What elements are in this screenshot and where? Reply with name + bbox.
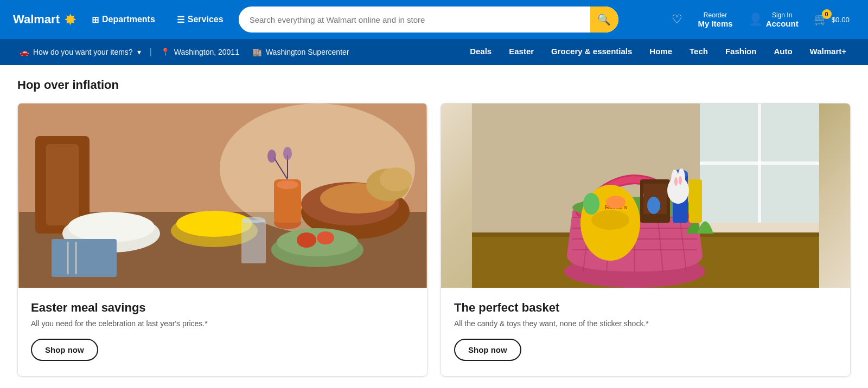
reorder-button[interactable]: Reorder My Items xyxy=(692,7,738,33)
store-name: Washington Supercenter xyxy=(266,48,349,56)
departments-icon: ⊞ xyxy=(92,15,99,25)
svg-point-21 xyxy=(277,228,358,256)
heart-button[interactable]: ♡ xyxy=(666,8,688,31)
svg-point-61 xyxy=(674,177,678,186)
cart-button[interactable]: 🛒 0 $0.00 xyxy=(808,8,855,31)
heart-icon: ♡ xyxy=(672,12,682,27)
subnav-home[interactable]: Home xyxy=(641,39,681,65)
perfect-basket-desc: All the candy & toys they want, none of … xyxy=(454,319,837,328)
store-section[interactable]: 🏬 Washington Supercenter xyxy=(246,43,356,61)
promo-card-perfect-basket: Reese's HERSHEY'S xyxy=(441,103,851,377)
svg-point-23 xyxy=(317,231,334,244)
promo-cards-grid: Easter meal savings All you need for the… xyxy=(17,103,851,377)
search-button[interactable]: 🔍 xyxy=(590,7,618,33)
search-bar: 🔍 xyxy=(239,7,618,33)
reorder-top-label: Reorder xyxy=(698,11,732,19)
subnav-links: Deals Easter Grocery & essentials Home T… xyxy=(461,39,855,65)
svg-point-9 xyxy=(176,211,252,237)
svg-point-65 xyxy=(606,196,626,209)
subnav: 🚗 How do you want your items? ▾ | 📍 Wash… xyxy=(0,39,868,65)
services-icon: ☰ xyxy=(177,15,184,25)
location-zip: Washington, 20011 xyxy=(174,48,239,56)
search-icon: 🔍 xyxy=(597,13,611,26)
section-title: Hop over inflation xyxy=(17,78,851,92)
svg-rect-57 xyxy=(689,179,702,223)
signin-text: Sign In Account xyxy=(766,11,799,28)
chevron-down-icon: ▾ xyxy=(137,48,141,56)
svg-point-16 xyxy=(283,147,292,160)
delivery-icon: 🚗 xyxy=(20,48,29,56)
easter-meal-title: Easter meal savings xyxy=(31,301,414,315)
promo-card-easter-meal: Easter meal savings All you need for the… xyxy=(17,103,427,377)
pin-icon: 📍 xyxy=(161,48,170,56)
easter-meal-image xyxy=(18,104,427,288)
subnav-easter[interactable]: Easter xyxy=(500,39,542,65)
subnav-walmartplus[interactable]: Walmart+ xyxy=(801,39,855,65)
reorder-bottom-label: My Items xyxy=(698,19,732,28)
main-content: Hop over inflation xyxy=(0,65,868,388)
walmart-logo[interactable]: Walmart ✸ xyxy=(13,11,76,29)
svg-point-64 xyxy=(647,197,660,214)
svg-point-25 xyxy=(241,217,265,223)
easter-meal-desc: All you need for the celebration at last… xyxy=(31,319,414,328)
divider-1: | xyxy=(150,47,152,57)
spark-icon: ✸ xyxy=(64,11,76,29)
perfect-basket-card-body: The perfect basket All the candy & toys … xyxy=(441,288,850,376)
delivery-selector[interactable]: 🚗 How do you want your items? ▾ xyxy=(13,43,148,61)
easter-meal-shop-now-button[interactable]: Shop now xyxy=(31,339,98,361)
svg-rect-5 xyxy=(46,144,79,225)
user-icon: 👤 xyxy=(748,12,763,27)
subnav-fashion[interactable]: Fashion xyxy=(717,39,765,65)
svg-point-12 xyxy=(277,180,298,189)
svg-rect-26 xyxy=(52,239,117,277)
svg-point-51 xyxy=(591,210,629,230)
services-button[interactable]: ☰ Services xyxy=(170,10,230,29)
location-section[interactable]: 📍 Washington, 20011 xyxy=(154,43,246,61)
services-label: Services xyxy=(188,15,224,24)
svg-point-22 xyxy=(297,232,316,248)
subnav-tech[interactable]: Tech xyxy=(681,39,717,65)
svg-point-7 xyxy=(68,212,155,242)
subnav-auto[interactable]: Auto xyxy=(765,39,801,65)
perfect-basket-image: Reese's HERSHEY'S xyxy=(441,104,850,288)
cart-price-label: $0.00 xyxy=(832,16,850,24)
svg-point-14 xyxy=(267,150,276,163)
header: Walmart ✸ ⊞ Departments ☰ Services 🔍 ♡ R… xyxy=(0,0,868,39)
easter-meal-card-body: Easter meal savings All you need for the… xyxy=(18,288,427,376)
signin-button[interactable]: 👤 Sign In Account xyxy=(743,7,804,33)
cart-count-badge: 0 xyxy=(822,9,832,19)
basket-image-svg: Reese's HERSHEY'S xyxy=(441,104,850,288)
subnav-deals[interactable]: Deals xyxy=(461,39,500,65)
logo-text: Walmart xyxy=(13,12,60,27)
svg-rect-24 xyxy=(241,220,266,263)
subnav-grocery[interactable]: Grocery & essentials xyxy=(542,39,641,65)
svg-point-62 xyxy=(679,176,682,185)
departments-button[interactable]: ⊞ Departments xyxy=(85,10,162,29)
store-icon: 🏬 xyxy=(252,48,261,56)
meal-image-svg xyxy=(18,104,427,288)
cart-badge-container: 🛒 0 xyxy=(814,12,828,27)
header-right: ♡ Reorder My Items 👤 Sign In Account 🛒 0… xyxy=(666,7,855,33)
signin-top-label: Sign In xyxy=(766,11,799,19)
search-input[interactable] xyxy=(239,15,590,24)
svg-point-30 xyxy=(380,167,412,191)
signin-bottom-label: Account xyxy=(766,19,799,28)
reorder-text: Reorder My Items xyxy=(698,11,732,28)
perfect-basket-title: The perfect basket xyxy=(454,301,837,315)
perfect-basket-shop-now-button[interactable]: Shop now xyxy=(454,339,521,361)
svg-point-63 xyxy=(583,193,599,215)
delivery-text: How do you want your items? xyxy=(33,48,133,56)
departments-label: Departments xyxy=(102,15,155,24)
